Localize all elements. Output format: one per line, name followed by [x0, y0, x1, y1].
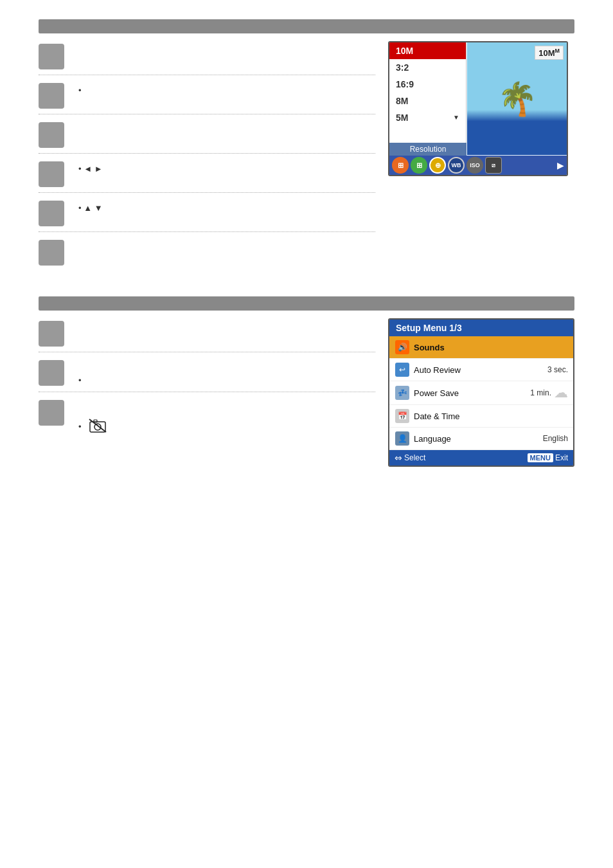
resolution-label: Resolution	[389, 143, 466, 156]
sounds-label: Sounds	[414, 343, 568, 352]
select-control: ⇔ Select	[395, 453, 425, 463]
resolution-menu: 10M 3:2 16:9 8M 5M ▼	[389, 42, 466, 156]
section2-step-2-text: •	[73, 357, 375, 386]
res-item-10m[interactable]: 10M	[389, 42, 466, 59]
resolution-screen-panel: 10M 3:2 16:9 8M 5M ▼	[388, 36, 574, 176]
section2-step-2-row: •	[39, 352, 375, 392]
setup-menu-screen: Setup Menu 1/3 🔊 Sounds ↩	[388, 318, 574, 467]
res-item-5m[interactable]: 5M ▼	[389, 109, 466, 126]
step-2-bullet: •	[78, 86, 82, 95]
camera-off-icon	[89, 417, 107, 433]
toolbar-icon-grid2[interactable]: ⊞	[411, 157, 427, 174]
section2-step-3-box	[39, 400, 64, 426]
power-save-icon-box: 💤	[395, 386, 409, 400]
section2-step-2-box	[39, 360, 64, 386]
toolbar-arrow-right[interactable]: ▶	[557, 160, 564, 170]
date-time-label: Date & Time	[414, 411, 568, 421]
page-wrapper: • • ◄ ►	[0, 0, 613, 512]
step-6-row	[39, 232, 375, 271]
setup-item-sounds[interactable]: 🔊 Sounds	[389, 336, 573, 359]
language-value: English	[543, 434, 568, 443]
res-item-8m[interactable]: 8M	[389, 93, 466, 109]
toolbar-icon-plus[interactable]: ⊕	[429, 157, 446, 174]
step-5-text: • ▲ ▼	[73, 198, 375, 215]
auto-review-icon: ↩	[395, 362, 410, 377]
section-1-steps: • • ◄ ►	[39, 36, 388, 271]
step-4-box	[39, 161, 64, 187]
resolution-screen: 10M 3:2 16:9 8M 5M ▼	[388, 41, 568, 176]
toolbar-icon-wb[interactable]: WB	[448, 157, 465, 174]
step-4-bullet: •	[78, 164, 82, 174]
step-3-box	[39, 122, 64, 148]
sounds-icon: 🔊	[395, 339, 410, 355]
power-save-value: 1 min.	[530, 388, 551, 397]
auto-review-label: Auto Review	[414, 365, 547, 375]
power-save-icon: 💤	[395, 385, 410, 401]
setup-item-language[interactable]: 👤 Language English	[389, 428, 573, 450]
step-5-box	[39, 201, 64, 226]
power-save-label: Power Save	[414, 388, 530, 398]
section-2-header	[39, 296, 574, 311]
select-label: Select	[404, 453, 425, 462]
setup-item-auto-review[interactable]: ↩ Auto Review 3 sec.	[389, 359, 573, 381]
toolbar-icon-iso[interactable]: ISO	[466, 157, 483, 174]
section-1-content: • • ◄ ►	[39, 36, 574, 271]
step-2-box	[39, 83, 64, 109]
resolution-toolbar: ⊞ ⊞ ⊕ WB ISO ⧄ ▶	[389, 156, 567, 175]
toolbar-icon-grid[interactable]: ⊞	[392, 157, 409, 174]
sounds-icon-box: 🔊	[395, 340, 409, 354]
top-resolution-icon: 10MM	[535, 46, 564, 60]
date-time-icon: 📅	[395, 408, 410, 424]
menu-key: MENU	[528, 453, 553, 462]
res-item-169[interactable]: 16:9	[389, 76, 466, 93]
gear-decoration: ☁	[554, 384, 568, 401]
setup-menu-title: Setup Menu 1/3	[389, 320, 573, 336]
section-2-content: • •	[39, 313, 574, 467]
res-item-32[interactable]: 3:2	[389, 59, 466, 76]
language-icon-box: 👤	[395, 431, 409, 446]
section-2-steps: • •	[39, 313, 388, 440]
language-label: Language	[414, 434, 543, 444]
step-3-text	[73, 120, 375, 123]
step-2-text: •	[73, 80, 375, 97]
date-time-icon-box: 📅	[395, 409, 409, 423]
section-1-header	[39, 19, 574, 33]
step-3-row	[39, 114, 375, 154]
setup-item-date-time[interactable]: 📅 Date & Time	[389, 405, 573, 428]
step-4-row: • ◄ ►	[39, 154, 375, 193]
step-1-row	[39, 36, 375, 75]
step-1-box	[39, 44, 64, 69]
svg-rect-2	[94, 420, 97, 422]
scroll-down-arrow: ▼	[453, 114, 459, 121]
step-5-bullet: •	[78, 203, 82, 213]
section2-step-3-text: •	[73, 397, 375, 435]
section2-step-1-box	[39, 321, 64, 347]
step-5-arrows: ▲ ▼	[84, 203, 102, 213]
language-icon: 👤	[395, 431, 410, 446]
select-arrows: ⇔	[395, 453, 402, 463]
section2-step-2-bullet: •	[78, 375, 82, 385]
setup-screen-panel: Setup Menu 1/3 🔊 Sounds ↩	[388, 313, 574, 467]
section-1: • • ◄ ►	[39, 19, 574, 271]
exit-label: Exit	[555, 453, 568, 462]
setup-bottom-bar: ⇔ Select MENU Exit	[389, 450, 573, 466]
setup-item-power-save[interactable]: 💤 Power Save 1 min. ☁	[389, 381, 573, 405]
step-4-text: • ◄ ►	[73, 159, 375, 176]
step-6-box	[39, 240, 64, 266]
step-4-arrows: ◄ ►	[84, 164, 102, 174]
toolbar-icon-ev[interactable]: ⧄	[485, 157, 502, 174]
step-6-text	[73, 237, 375, 241]
step-2-row: •	[39, 75, 375, 114]
section2-step-3-row: •	[39, 392, 375, 440]
step-5-row: • ▲ ▼	[39, 193, 375, 232]
exit-control: MENU Exit	[528, 453, 568, 463]
auto-review-icon-box: ↩	[395, 363, 409, 377]
section2-step-1-text	[73, 318, 375, 322]
auto-review-value: 3 sec.	[547, 365, 568, 374]
section2-step-1-row	[39, 313, 375, 352]
section2-step-3-bullet: •	[78, 422, 82, 431]
step-1-text	[73, 41, 375, 45]
section-2: • •	[39, 296, 574, 467]
